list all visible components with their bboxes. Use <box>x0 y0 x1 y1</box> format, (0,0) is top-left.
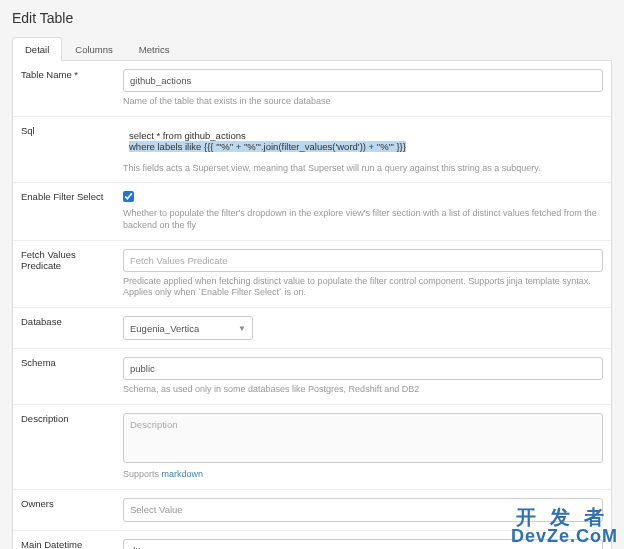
label-table-name: Table Name * <box>13 61 123 116</box>
label-sql: Sql <box>13 117 123 183</box>
tabs: Detail Columns Metrics <box>12 36 612 61</box>
help-enable-filter-select: Whether to populate the filter's dropdow… <box>123 208 603 231</box>
sql-line-2: where labels ilike {{{ "'%" + "%'".join(… <box>129 141 597 152</box>
database-select-value: Eugenia_Vertica <box>130 323 199 334</box>
owners-placeholder: Select Value <box>130 504 183 515</box>
enable-filter-select-checkbox[interactable] <box>123 191 134 202</box>
markdown-link[interactable]: markdown <box>162 469 204 479</box>
tab-columns[interactable]: Columns <box>62 37 126 61</box>
description-input[interactable] <box>123 413 603 463</box>
label-enable-filter-select: Enable Filter Select <box>13 183 123 239</box>
tab-detail[interactable]: Detail <box>12 37 62 61</box>
help-table-name: Name of the table that exists in the sou… <box>123 96 603 108</box>
help-fetch-values-predicate: Predicate applied when fetching distinct… <box>123 276 603 299</box>
table-name-input[interactable] <box>123 69 603 92</box>
label-description: Description <box>13 405 123 489</box>
detail-panel: Table Name * Name of the table that exis… <box>12 61 612 549</box>
main-dttm-value: dttm <box>130 545 148 549</box>
watermark-line2: DevZe.CoM <box>511 527 618 545</box>
label-main-datetime-column: Main Datetime Column <box>13 531 123 549</box>
label-owners: Owners <box>13 490 123 530</box>
watermark-line1: 开发者 <box>511 507 618 527</box>
watermark: 开发者 DevZe.CoM <box>511 507 618 545</box>
fetch-values-predicate-input[interactable] <box>123 249 603 272</box>
label-schema: Schema <box>13 349 123 404</box>
help-sql: This fields acts a Superset view, meanin… <box>123 163 603 175</box>
label-database: Database <box>13 308 123 348</box>
help-schema: Schema, as used only in some databases l… <box>123 384 603 396</box>
page-title: Edit Table <box>12 10 612 26</box>
help-description: Supports markdown <box>123 469 603 481</box>
schema-input[interactable] <box>123 357 603 380</box>
tab-metrics[interactable]: Metrics <box>126 37 183 61</box>
database-select[interactable]: Eugenia_Vertica ▼ <box>123 316 253 340</box>
sql-line-1: select * from github_actions <box>129 130 597 141</box>
chevron-down-icon: ▼ <box>238 324 246 333</box>
sql-input[interactable]: select * from github_actions where label… <box>123 125 603 159</box>
label-fetch-values-predicate: Fetch Values Predicate <box>13 241 123 307</box>
